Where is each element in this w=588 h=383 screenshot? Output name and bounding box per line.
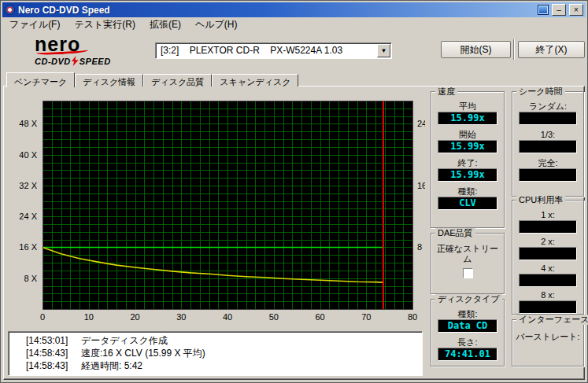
svg-text:16 X: 16 X	[19, 242, 37, 252]
svg-text:16: 16	[417, 181, 425, 190]
drive-select-value[interactable]: [3:2] PLEXTOR CD-R PX-W5224A 1.03	[156, 43, 376, 58]
end-speed-label: 終了:	[438, 157, 497, 168]
svg-text:40: 40	[223, 312, 232, 322]
disc-length-display: 74:41.01	[438, 348, 497, 361]
svg-text:30: 30	[176, 312, 186, 322]
svg-text:0: 0	[40, 312, 45, 322]
tab-disc-quality[interactable]: ディスク品質	[143, 74, 212, 87]
disc-kind-label: 種類:	[438, 308, 497, 319]
benchmark-plot: 010203040506070808 X16 X24 X32 X40 X48 X…	[6, 90, 425, 327]
app-window: Nero CD-DVD Speed – × ファイル(F) テスト実行(R) 拡…	[0, 0, 588, 383]
start-speed-display: 15.99x	[438, 140, 497, 153]
test-log-list[interactable]: [14:53:01] データディスク作成 [14:58:43] 速度:16 X …	[8, 331, 423, 376]
seek-random-display	[519, 112, 577, 125]
avg-speed-display: 15.99x	[438, 112, 497, 125]
start-button[interactable]: 開始(S)	[441, 41, 511, 58]
cpu-2x-display	[519, 247, 577, 260]
svg-text:80: 80	[408, 312, 417, 322]
dae-quality-panel-title: DAE品質	[435, 228, 475, 238]
cpu-usage-panel-title: CPU利用率	[516, 195, 565, 205]
speed-type-display: CLV	[438, 197, 497, 210]
cpu-1x-label: 1 x:	[519, 209, 577, 220]
log-timestamp: [14:53:01]	[26, 334, 81, 347]
log-message: 経過時間: 5:42	[81, 359, 418, 372]
seek-full-label: 完全:	[519, 157, 577, 168]
speed-panel: 速度 平均 15.99x 開始 15.99x 終了: 15.99x 種類: CL…	[431, 91, 505, 228]
cpu-8x-label: 8 x:	[519, 289, 577, 300]
log-message: 速度:16 X CLV (15.99 X 平均)	[81, 347, 418, 359]
nero-logo: nero CD-DVD SPEED	[35, 35, 141, 66]
interface-panel: インターフェース バーストレート:	[512, 319, 584, 366]
tab-benchmark[interactable]: ベンチマーク	[6, 72, 75, 87]
cpu-8x-display	[519, 300, 577, 314]
end-speed-display: 15.99x	[438, 168, 497, 182]
title-bar: Nero CD-DVD Speed – ×	[2, 2, 586, 17]
menu-run-test[interactable]: テスト実行(R)	[67, 17, 142, 33]
svg-text:10: 10	[84, 312, 94, 322]
seek-full-display	[519, 168, 577, 182]
start-speed-label: 開始	[438, 129, 497, 140]
burst-rate-label: バーストレート:	[512, 331, 583, 343]
seek-third-label: 1/3:	[519, 129, 577, 140]
interface-panel-title: インターフェース	[516, 315, 588, 325]
window-title: Nero CD-DVD Speed	[18, 5, 534, 16]
log-timestamp: [14:58:43]	[26, 347, 81, 359]
dae-quality-panel: DAE品質 正確なストリーム	[431, 233, 505, 294]
seek-third-display	[519, 140, 577, 153]
svg-text:50: 50	[269, 312, 279, 322]
product-left: CD-DVD	[35, 57, 71, 66]
menu-help[interactable]: ヘルプ(H)	[188, 17, 245, 33]
cpu-4x-display	[519, 274, 577, 287]
log-message: データディスク作成	[81, 334, 418, 347]
speed-type-label: 種類:	[438, 186, 497, 197]
nero-product-text: CD-DVD SPEED	[35, 56, 141, 66]
svg-text:24: 24	[417, 119, 425, 128]
svg-text:40 X: 40 X	[19, 150, 37, 160]
seek-time-panel: シーク時間 ランダム: 1/3: 完全:	[512, 91, 584, 197]
close-button[interactable]: ×	[569, 4, 583, 16]
svg-text:24 X: 24 X	[19, 212, 37, 221]
seek-random-label: ランダム:	[519, 101, 577, 112]
speed-panel-title: 速度	[435, 87, 457, 97]
svg-text:20: 20	[130, 312, 139, 322]
disc-kind-display: Data CD	[438, 319, 497, 333]
log-row[interactable]: [14:58:43] 速度:16 X CLV (15.99 X 平均)	[13, 347, 418, 359]
product-right: SPEED	[80, 57, 111, 66]
cpu-1x-display	[519, 220, 577, 234]
log-row[interactable]: [14:53:01] データディスク作成	[13, 334, 418, 347]
svg-text:8 X: 8 X	[24, 274, 37, 283]
tab-strip: ベンチマーク ディスク情報 ディスク品質 スキャンディスク	[6, 72, 298, 87]
svg-text:48 X: 48 X	[19, 119, 37, 128]
accurate-stream-checkbox[interactable]	[463, 268, 473, 278]
tab-scandisc[interactable]: スキャンディスク	[212, 74, 298, 87]
cpu-usage-panel: CPU利用率 1 x: 2 x: 4 x: 8 x:	[512, 200, 584, 315]
log-timestamp: [14:58:43]	[26, 359, 81, 372]
disc-type-panel-title: ディスクタイプ	[435, 294, 502, 304]
svg-text:32 X: 32 X	[19, 181, 37, 190]
menu-bar: ファイル(F) テスト実行(R) 拡張(E) ヘルプ(H)	[2, 17, 586, 32]
menu-file[interactable]: ファイル(F)	[2, 17, 67, 33]
disc-length-label: 長さ:	[438, 337, 497, 348]
menu-extra[interactable]: 拡張(E)	[142, 17, 188, 33]
svg-text:70: 70	[361, 312, 371, 322]
cpu-4x-label: 4 x:	[519, 263, 577, 274]
log-row[interactable]: [14:58:43] 経過時間: 5:42	[13, 359, 418, 372]
exit-button[interactable]: 終了(X)	[518, 41, 585, 58]
disc-type-panel: ディスクタイプ 種類: Data CD 長さ: 74:41.01	[431, 299, 505, 366]
accurate-stream-label: 正確なストリーム	[436, 244, 499, 264]
titlebar-badge-icon	[538, 5, 549, 15]
app-icon	[5, 5, 15, 15]
tab-disc-info[interactable]: ディスク情報	[75, 74, 143, 87]
toolbar-separator	[513, 39, 515, 60]
svg-text:60: 60	[315, 312, 324, 322]
lightning-icon	[72, 56, 79, 66]
cpu-2x-label: 2 x:	[519, 236, 577, 247]
benchmark-chart: 010203040506070808 X16 X24 X32 X40 X48 X…	[6, 90, 425, 327]
minimize-button[interactable]: –	[552, 4, 566, 16]
svg-text:8: 8	[417, 242, 422, 252]
seek-time-panel-title: シーク時間	[516, 87, 565, 97]
drive-select-combobox[interactable]: [3:2] PLEXTOR CD-R PX-W5224A 1.03 ▼	[155, 42, 392, 59]
avg-speed-label: 平均	[438, 101, 497, 112]
chevron-down-icon[interactable]: ▼	[377, 44, 390, 57]
